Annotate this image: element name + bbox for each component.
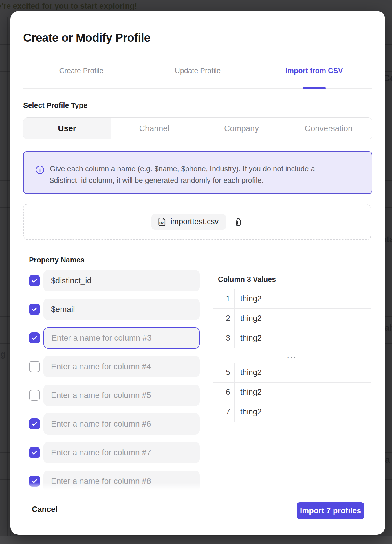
active-tab-underline [303, 87, 326, 89]
values-table-header: Column 3 Values [213, 270, 371, 289]
background-text-fragment: a [385, 455, 390, 465]
row-number: 2 [213, 309, 235, 328]
column-2-name-input[interactable] [43, 299, 200, 320]
column-4-name-input[interactable] [43, 356, 200, 377]
tab-create-profile[interactable]: Create Profile [23, 67, 140, 75]
row-value: thing2 [235, 289, 371, 308]
csv-dropzone[interactable]: csv importtest.csv [23, 204, 371, 240]
property-names-label: Property Names [29, 256, 85, 264]
delete-file-icon[interactable] [234, 217, 243, 227]
profile-type-segmented-control: User Channel Company Conversation [23, 117, 372, 139]
property-row-3 [29, 327, 211, 349]
profile-type-user[interactable]: User [23, 118, 111, 139]
info-line-2: $distinct_id column, it will be generate… [50, 176, 263, 184]
profile-type-conversation[interactable]: Conversation [285, 118, 372, 139]
info-icon [35, 165, 45, 174]
row-number: 6 [213, 383, 235, 402]
profile-type-company[interactable]: Company [198, 118, 285, 139]
row-number: 3 [213, 328, 235, 348]
svg-text:csv: csv [159, 221, 163, 224]
import-profiles-button[interactable]: Import 7 profiles [297, 502, 364, 519]
property-row-6 [29, 413, 211, 435]
column-2-checkbox[interactable] [29, 304, 40, 315]
column-values-table-top: Column 3 Values 1 thing2 2 thing2 3 thin… [213, 270, 371, 348]
column-6-name-input[interactable] [43, 413, 200, 435]
column-4-checkbox[interactable] [29, 361, 40, 372]
table-row: 7 thing2 [213, 402, 371, 422]
property-row-1 [29, 270, 211, 291]
table-row: 3 thing2 [213, 328, 371, 348]
column-values-panel: Column 3 Values 1 thing2 2 thing2 3 thin… [213, 270, 371, 422]
csv-file-icon: csv [157, 217, 167, 227]
row-value: thing2 [235, 363, 371, 382]
info-banner: Give each column a name (e.g. $name, $ph… [23, 151, 372, 194]
column-3-checkbox[interactable] [29, 332, 40, 343]
table-row: 2 thing2 [213, 309, 371, 328]
background-banner-text: e're excited for you to start exploring! [0, 2, 137, 11]
select-profile-type-label: Select Profile Type [23, 101, 87, 110]
row-value: thing2 [235, 402, 371, 422]
background-gridlines-right [384, 17, 392, 544]
column-1-checkbox[interactable] [29, 275, 40, 286]
info-banner-text: Give each column a name (e.g. $name, $ph… [50, 163, 348, 186]
tab-update-profile[interactable]: Update Profile [140, 67, 256, 75]
list-bottom-fade [29, 482, 211, 490]
column-5-checkbox[interactable] [29, 390, 40, 401]
row-number: 1 [213, 289, 235, 308]
row-value: thing2 [235, 309, 371, 328]
create-or-modify-profile-dialog: Create or Modify Profile Create Profile … [10, 11, 385, 535]
property-row-4 [29, 356, 211, 377]
property-row-2 [29, 299, 211, 320]
column-7-checkbox[interactable] [29, 447, 40, 458]
dialog-tabs: Create Profile Update Profile Import fro… [23, 67, 372, 75]
screen: e're excited for you to start exploring!… [0, 0, 392, 544]
profile-type-channel[interactable]: Channel [111, 118, 198, 139]
row-number: 7 [213, 402, 235, 422]
rows-ellipsis: ... [213, 348, 371, 363]
column-values-table-bottom: 5 thing2 6 thing2 7 thing2 [213, 363, 371, 422]
background-gridlines-left [0, 17, 11, 544]
property-row-7 [29, 442, 211, 463]
row-value: thing2 [235, 328, 371, 348]
cancel-button[interactable]: Cancel [30, 505, 59, 514]
column-5-name-input[interactable] [43, 385, 200, 406]
background-bottom-band [0, 536, 392, 544]
tab-import-from-csv[interactable]: Import from CSV [256, 67, 372, 75]
uploaded-file-chip: csv importtest.csv [151, 214, 226, 230]
column-6-checkbox[interactable] [29, 418, 40, 429]
table-row: 1 thing2 [213, 289, 371, 309]
column-7-name-input[interactable] [43, 442, 200, 463]
row-number: 5 [213, 363, 235, 382]
row-value: thing2 [235, 383, 371, 402]
uploaded-file-name: importtest.csv [171, 217, 219, 226]
tabs-divider [23, 88, 372, 89]
column-3-name-input[interactable] [43, 327, 200, 349]
column-1-name-input[interactable] [43, 270, 200, 291]
background-text-fragment: g [1, 350, 6, 359]
dialog-title: Create or Modify Profile [23, 31, 150, 44]
background-divider-line [7, 17, 8, 544]
property-name-list [29, 270, 211, 490]
info-line-1: Give each column a name (e.g. $name, $ph… [50, 165, 315, 173]
table-row: 6 thing2 [213, 383, 371, 402]
property-row-5 [29, 385, 211, 406]
table-row: 5 thing2 [213, 363, 371, 383]
